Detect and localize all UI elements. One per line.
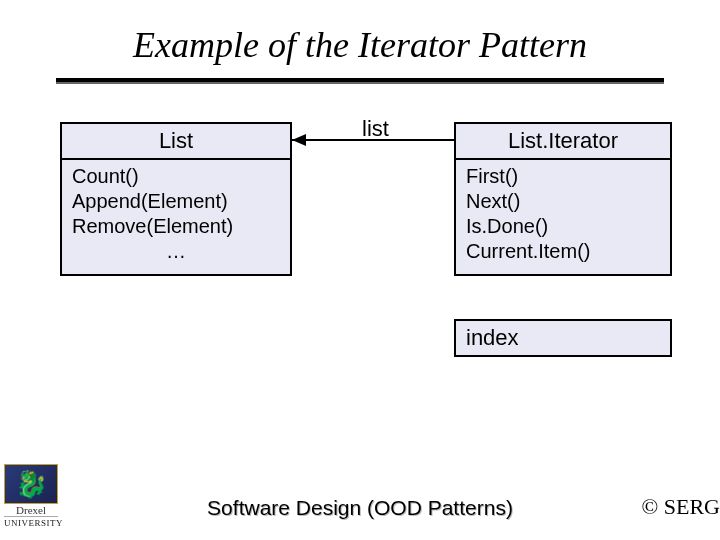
svg-marker-1 bbox=[292, 134, 306, 146]
op: Is.Done() bbox=[466, 215, 548, 237]
uml-class-iterator: List.Iterator First() Next() Is.Done() C… bbox=[454, 122, 672, 276]
uml-class-iterator-name: List.Iterator bbox=[456, 124, 670, 160]
op: Remove(Element) bbox=[72, 215, 233, 237]
ellipsis: … bbox=[72, 239, 280, 264]
op: First() bbox=[466, 165, 518, 187]
op: Append(Element) bbox=[72, 190, 228, 212]
op: Current.Item() bbox=[466, 240, 590, 262]
uml-attr-index: index bbox=[454, 319, 672, 357]
slide-footer: 🐉 Drexel UNIVERSITY Software Design (OOD… bbox=[0, 480, 720, 528]
iterator-diagram: List Count() Append(Element) Remove(Elem… bbox=[0, 84, 720, 414]
association-arrow bbox=[292, 132, 455, 148]
uml-class-list: List Count() Append(Element) Remove(Elem… bbox=[60, 122, 292, 276]
uml-class-iterator-ops: First() Next() Is.Done() Current.Item() bbox=[456, 160, 670, 274]
footer-copyright: © SERG bbox=[642, 494, 720, 520]
footer-center-text: Software Design (OOD Patterns) bbox=[0, 496, 720, 520]
slide-title: Example of the Iterator Pattern bbox=[0, 0, 720, 66]
uml-class-list-ops: Count() Append(Element) Remove(Element) … bbox=[62, 160, 290, 274]
op: Count() bbox=[72, 165, 139, 187]
op: Next() bbox=[466, 190, 520, 212]
uml-class-list-name: List bbox=[62, 124, 290, 160]
